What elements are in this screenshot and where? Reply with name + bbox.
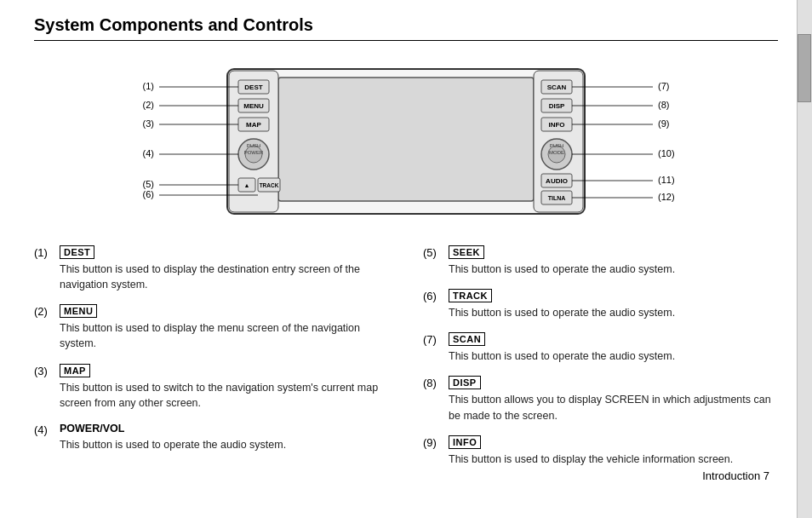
item-body: DISP This button allows you to display S… — [449, 376, 778, 423]
svg-text:(6): (6) — [143, 189, 154, 199]
item-title: POWER/VOL — [60, 423, 389, 435]
svg-text:MAP: MAP — [246, 121, 261, 129]
item-text: This button is used to operate the audio… — [449, 262, 778, 277]
item-number: (3) — [34, 364, 60, 377]
diagram-area: DEST MENU MAP PUSH POWER ▲ TRACK SCAN — [34, 56, 778, 227]
item-text: This button is used to switch to the nav… — [60, 380, 389, 411]
item-row: (2) MENU This button is used to display … — [34, 304, 389, 351]
item-row: (6) TRACK This button is used to operate… — [423, 289, 778, 320]
svg-rect-1 — [278, 78, 534, 201]
svg-text:MODE: MODE — [549, 150, 564, 155]
item-number: (7) — [423, 332, 449, 346]
svg-text:AUDIO: AUDIO — [546, 177, 568, 185]
svg-text:DEST: DEST — [244, 83, 262, 91]
title-rule — [34, 40, 778, 41]
scan-badge: SCAN — [449, 332, 485, 346]
item-number: (9) — [423, 435, 449, 449]
item-body: MAP This button is used to switch to the… — [60, 364, 389, 411]
svg-text:MENU: MENU — [243, 102, 264, 110]
right-column: (5) SEEK This button is used to operate … — [423, 245, 778, 479]
item-text: This button is used to display the vehic… — [449, 452, 778, 467]
item-number: (6) — [423, 289, 449, 302]
device-diagram: DEST MENU MAP PUSH POWER ▲ TRACK SCAN — [142, 56, 670, 227]
item-row: (8) DISP This button allows you to displ… — [423, 376, 778, 423]
svg-text:(8): (8) — [658, 100, 669, 110]
item-body: SEEK This button is used to operate the … — [449, 245, 778, 277]
page-footer: Introduction 7 — [702, 469, 769, 482]
svg-text:(11): (11) — [658, 175, 675, 185]
svg-text:(10): (10) — [658, 148, 675, 158]
item-row: (9) INFO This button is used to display … — [423, 435, 778, 467]
item-row: (4) POWER/VOL This button is used to ope… — [34, 423, 389, 452]
item-text: This button allows you to display SCREEN… — [449, 392, 778, 423]
item-body: DEST This button is used to display the … — [60, 245, 389, 292]
item-row: (5) SEEK This button is used to operate … — [423, 245, 778, 277]
left-column: (1) DEST This button is used to display … — [34, 245, 389, 479]
item-number: (5) — [423, 245, 449, 259]
item-text: This button is used to display the menu … — [60, 320, 389, 351]
item-body: MENU This button is used to display the … — [60, 304, 389, 351]
item-body: INFO This button is used to display the … — [449, 435, 778, 467]
item-number: (8) — [423, 376, 449, 389]
svg-text:PUSH: PUSH — [247, 143, 261, 148]
svg-text:PUSH: PUSH — [550, 143, 564, 148]
svg-text:(7): (7) — [658, 81, 669, 91]
svg-text:▲: ▲ — [244, 182, 250, 188]
menu-badge: MENU — [60, 304, 97, 318]
item-number: (4) — [34, 423, 60, 436]
svg-text:(9): (9) — [658, 118, 669, 129]
svg-text:(1): (1) — [143, 81, 154, 91]
svg-text:TILNA: TILNA — [548, 195, 566, 201]
page-container: System Components and Controls DEST MENU… — [0, 0, 812, 496]
item-body: SCAN This button is used to operate the … — [449, 332, 778, 364]
item-text: This button is used to operate the audio… — [60, 437, 389, 452]
item-row: (3) MAP This button is used to switch to… — [34, 364, 389, 411]
item-row: (1) DEST This button is used to display … — [34, 245, 389, 292]
info-badge: INFO — [449, 435, 481, 449]
item-text: This button is used to operate the audio… — [449, 348, 778, 364]
svg-text:TRACK: TRACK — [260, 182, 279, 188]
svg-text:POWER: POWER — [244, 150, 264, 155]
content-grid: (1) DEST This button is used to display … — [34, 245, 778, 479]
svg-text:(2): (2) — [143, 100, 154, 110]
item-text: This button is used to operate the audio… — [449, 305, 778, 320]
svg-text:(4): (4) — [143, 148, 154, 158]
dest-badge: DEST — [60, 245, 94, 259]
svg-text:(12): (12) — [658, 192, 675, 202]
track-badge: TRACK — [449, 289, 492, 302]
item-row: (7) SCAN This button is used to operate … — [423, 332, 778, 364]
svg-text:INFO: INFO — [548, 121, 564, 129]
svg-text:(3): (3) — [143, 118, 154, 129]
item-number: (2) — [34, 304, 60, 318]
page-title: System Components and Controls — [34, 15, 778, 35]
svg-text:SCAN: SCAN — [547, 83, 567, 91]
item-text: This button is used to display the desti… — [60, 262, 389, 292]
map-badge: MAP — [60, 364, 90, 377]
item-number: (1) — [34, 245, 60, 259]
svg-text:(5): (5) — [143, 179, 154, 189]
item-body: POWER/VOL This button is used to operate… — [60, 423, 389, 452]
svg-text:DISP: DISP — [549, 102, 565, 110]
disp-badge: DISP — [449, 376, 481, 389]
item-body: TRACK This button is used to operate the… — [449, 289, 778, 320]
seek-badge: SEEK — [449, 245, 484, 259]
